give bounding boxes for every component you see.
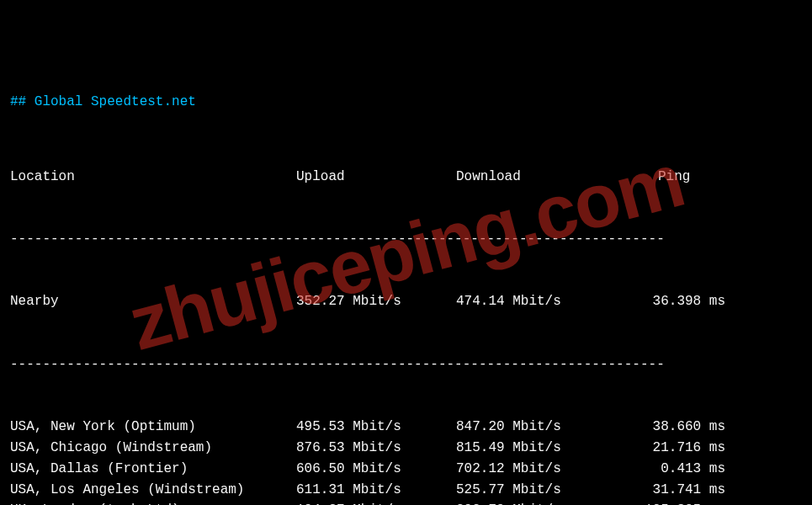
cell-location: USA, Dallas (Frontier) (10, 459, 296, 480)
header-upload: Upload (296, 167, 456, 188)
cell-location: USA, Los Angeles (Windstream) (10, 480, 296, 501)
header-download: Download (456, 167, 624, 188)
cell-location: USA, New York (Optimum) (10, 417, 296, 438)
table-row: USA, Dallas (Frontier)606.50 Mbit/s702.1… (10, 459, 802, 480)
watermark-text: zhujiceping.com (116, 122, 695, 382)
cell-ping: 21.716 ms (624, 438, 776, 459)
cell-download: 525.77 Mbit/s (456, 480, 624, 501)
cell-upload: 606.50 Mbit/s (296, 459, 456, 480)
cell-upload: 876.53 Mbit/s (296, 438, 456, 459)
cell-upload: 495.53 Mbit/s (296, 417, 456, 438)
cell-ping: 105.805 ms (624, 500, 776, 505)
nearby-location: Nearby (10, 291, 296, 312)
divider-line: ----------------------------------------… (10, 229, 802, 250)
header-row: LocationUploadDownloadPing (10, 167, 802, 188)
cell-ping: 31.741 ms (624, 480, 776, 501)
header-ping: Ping (624, 167, 809, 188)
nearby-download: 474.14 Mbit/s (456, 291, 624, 312)
table-row: USA, Chicago (Windstream)876.53 Mbit/s81… (10, 438, 802, 459)
header-location: Location (10, 167, 296, 188)
cell-upload: 611.31 Mbit/s (296, 480, 456, 501)
cell-ping: 0.413 ms (624, 459, 776, 480)
table-row: UK, London (toob Ltd)194.37 Mbit/s292.79… (10, 500, 802, 505)
cell-download: 847.20 Mbit/s (456, 417, 624, 438)
data-rows: USA, New York (Optimum)495.53 Mbit/s847.… (10, 417, 802, 505)
table-row: USA, Los Angeles (Windstream)611.31 Mbit… (10, 480, 802, 501)
nearby-upload: 352.27 Mbit/s (296, 291, 456, 312)
cell-download: 815.49 Mbit/s (456, 438, 624, 459)
table-row: USA, New York (Optimum)495.53 Mbit/s847.… (10, 417, 802, 438)
cell-upload: 194.37 Mbit/s (296, 500, 456, 505)
table-row-nearby: Nearby352.27 Mbit/s474.14 Mbit/s36.398 m… (10, 291, 802, 312)
nearby-ping: 36.398 ms (624, 291, 776, 312)
divider-line: ----------------------------------------… (10, 354, 802, 375)
section-title: ## Global Speedtest.net (10, 92, 802, 113)
cell-download: 292.79 Mbit/s (456, 500, 624, 505)
cell-ping: 38.660 ms (624, 417, 776, 438)
cell-location: USA, Chicago (Windstream) (10, 438, 296, 459)
cell-download: 702.12 Mbit/s (456, 459, 624, 480)
cell-location: UK, London (toob Ltd) (10, 500, 296, 505)
